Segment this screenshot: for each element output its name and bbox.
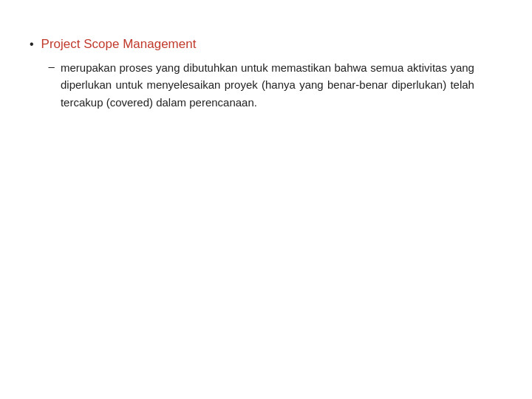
sub-dash: – [49, 60, 55, 72]
bullet-content: Project Scope Management – merupakan pro… [41, 37, 474, 111]
sub-bullet: – merupakan proses yang dibutuhkan untuk… [49, 59, 474, 111]
bullet-dot: • [30, 38, 34, 51]
bullet-title: Project Scope Management [41, 37, 474, 52]
bullet-section: • Project Scope Management – merupakan p… [30, 37, 502, 111]
slide: • Project Scope Management – merupakan p… [0, 0, 532, 399]
sub-text: merupakan proses yang dibutuhkan untuk m… [61, 59, 474, 111]
